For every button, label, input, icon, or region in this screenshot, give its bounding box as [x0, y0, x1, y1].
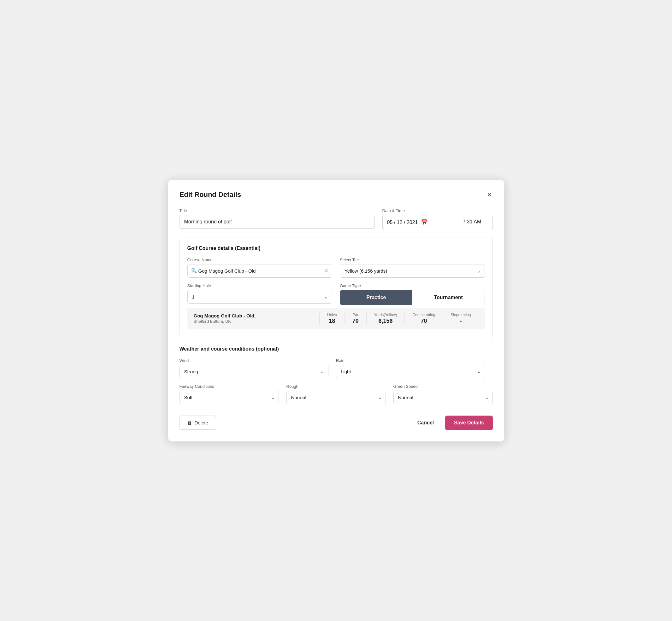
title-input[interactable]	[179, 215, 375, 229]
select-tee-label: Select Tee	[340, 257, 485, 262]
course-info-name: Gog Magog Golf Club - Old, Shelford Bott…	[194, 313, 319, 324]
select-tee-dropdown[interactable]: Yellow (6,156 yards) Red White Blue	[340, 264, 485, 278]
rain-field: Rain None Light Moderate Heavy ⌄	[336, 358, 485, 378]
starting-hole-group: Starting Hole 1 2 10 ⌄	[187, 283, 333, 305]
footer-row: 🗑 Delete Cancel Save Details	[179, 413, 493, 430]
golf-section-title: Golf Course details (Essential)	[187, 246, 485, 251]
yards-label: Yards(Yellow)	[374, 313, 397, 317]
date-value: 05 / 12 / 2021	[387, 220, 418, 225]
wind-select-wrap: None Light Moderate Strong ⌄	[179, 365, 329, 378]
game-type-label: Game Type	[340, 283, 485, 288]
title-datetime-row: Title Date & Time 05 / 12 / 2021 📅 7:31 …	[179, 208, 493, 230]
game-type-toggle: Practice Tournament	[340, 290, 485, 305]
title-field-group: Title	[179, 208, 375, 230]
datetime-inputs: 05 / 12 / 2021 📅 7:31 AM	[382, 215, 493, 230]
wind-label: Wind	[179, 358, 329, 363]
footer-right: Cancel Save Details	[412, 416, 493, 430]
save-details-button[interactable]: Save Details	[445, 416, 493, 430]
yards-stat: Yards(Yellow) 6,156	[366, 313, 405, 324]
course-name-display: Gog Magog Golf Club - Old,	[194, 313, 319, 318]
game-type-group: Game Type Practice Tournament	[340, 283, 485, 305]
holes-stat: Holes 18	[319, 313, 344, 324]
wind-rain-row: Wind None Light Moderate Strong ⌄ Rain N…	[179, 358, 493, 378]
cancel-button[interactable]: Cancel	[412, 417, 439, 429]
datetime-field-group: Date & Time 05 / 12 / 2021 📅 7:31 AM	[382, 208, 493, 230]
practice-button[interactable]: Practice	[340, 290, 412, 305]
holes-value: 18	[329, 318, 335, 324]
starting-hole-label: Starting Hole	[187, 283, 333, 288]
holes-label: Holes	[327, 313, 337, 317]
course-rating-value: 70	[421, 318, 427, 324]
rain-label: Rain	[336, 358, 485, 363]
tournament-button[interactable]: Tournament	[412, 290, 485, 305]
close-button[interactable]: ×	[486, 190, 493, 199]
green-speed-select-wrap: Slow Normal Fast ⌄	[393, 391, 493, 404]
course-bottom-row: Starting Hole 1 2 10 ⌄ Game Type Practic…	[187, 283, 485, 305]
fairway-dropdown[interactable]: Soft Normal Hard	[179, 391, 279, 404]
weather-title: Weather and course conditions (optional)	[179, 346, 493, 352]
datetime-label: Date & Time	[382, 208, 493, 213]
select-tee-wrap: Yellow (6,156 yards) Red White Blue ⌄	[340, 264, 485, 278]
course-name-input[interactable]	[187, 264, 333, 278]
wind-dropdown[interactable]: None Light Moderate Strong	[179, 365, 329, 378]
course-info-bar: Gog Magog Golf Club - Old, Shelford Bott…	[187, 308, 485, 329]
rain-select-wrap: None Light Moderate Heavy ⌄	[336, 365, 485, 378]
rough-dropdown[interactable]: Short Normal Long	[287, 391, 386, 404]
wind-field: Wind None Light Moderate Strong ⌄	[179, 358, 329, 378]
starting-hole-dropdown[interactable]: 1 2 10	[187, 290, 333, 303]
golf-course-section: Golf Course details (Essential) Course N…	[179, 238, 493, 337]
modal-title: Edit Round Details	[179, 191, 241, 199]
starting-hole-wrap: 1 2 10 ⌄	[187, 290, 333, 303]
slope-rating-stat: Slope rating -	[443, 313, 478, 324]
modal-header: Edit Round Details ×	[179, 190, 493, 199]
course-name-label: Course Name	[187, 257, 333, 262]
weather-section: Weather and course conditions (optional)…	[179, 346, 493, 404]
fairway-label: Fairway Conditions	[179, 384, 279, 389]
search-icon: 🔍	[191, 268, 197, 274]
rough-select-wrap: Short Normal Long ⌄	[287, 391, 386, 404]
fairway-select-wrap: Soft Normal Hard ⌄	[179, 391, 279, 404]
clear-icon[interactable]: ✕	[324, 268, 328, 274]
select-tee-group: Select Tee Yellow (6,156 yards) Red Whit…	[340, 257, 485, 278]
fairway-field: Fairway Conditions Soft Normal Hard ⌄	[179, 384, 279, 404]
course-rating-stat: Course rating 70	[405, 313, 443, 324]
rain-dropdown[interactable]: None Light Moderate Heavy	[336, 365, 485, 378]
time-value: 7:31 AM	[463, 219, 481, 224]
rough-field: Rough Short Normal Long ⌄	[287, 384, 386, 404]
slope-rating-value: -	[460, 318, 462, 324]
calendar-icon: 📅	[421, 219, 428, 226]
slope-rating-label: Slope rating	[451, 313, 471, 317]
conditions-row: Fairway Conditions Soft Normal Hard ⌄ Ro…	[179, 384, 493, 404]
green-speed-label: Green Speed	[393, 384, 493, 389]
par-stat: Par 70	[344, 313, 366, 324]
green-speed-dropdown[interactable]: Slow Normal Fast	[393, 391, 493, 404]
course-name-group: Course Name 🔍 ✕	[187, 257, 333, 278]
course-name-input-wrap: 🔍 ✕	[187, 264, 333, 278]
par-label: Par	[352, 313, 359, 317]
par-value: 70	[352, 318, 359, 324]
course-location: Shelford Bottom, UK	[194, 319, 319, 324]
date-input[interactable]: 05 / 12 / 2021 📅	[382, 215, 452, 230]
course-top-row: Course Name 🔍 ✕ Select Tee Yellow (6,156…	[187, 257, 485, 278]
course-rating-label: Course rating	[412, 313, 435, 317]
edit-round-modal: Edit Round Details × Title Date & Time 0…	[168, 180, 504, 442]
rough-label: Rough	[287, 384, 386, 389]
green-speed-field: Green Speed Slow Normal Fast ⌄	[393, 384, 493, 404]
yards-value: 6,156	[379, 318, 393, 324]
trash-icon: 🗑	[187, 420, 192, 425]
delete-label: Delete	[195, 420, 208, 425]
delete-button[interactable]: 🗑 Delete	[179, 416, 216, 430]
title-label: Title	[179, 208, 375, 213]
time-input[interactable]: 7:31 AM	[452, 215, 493, 230]
